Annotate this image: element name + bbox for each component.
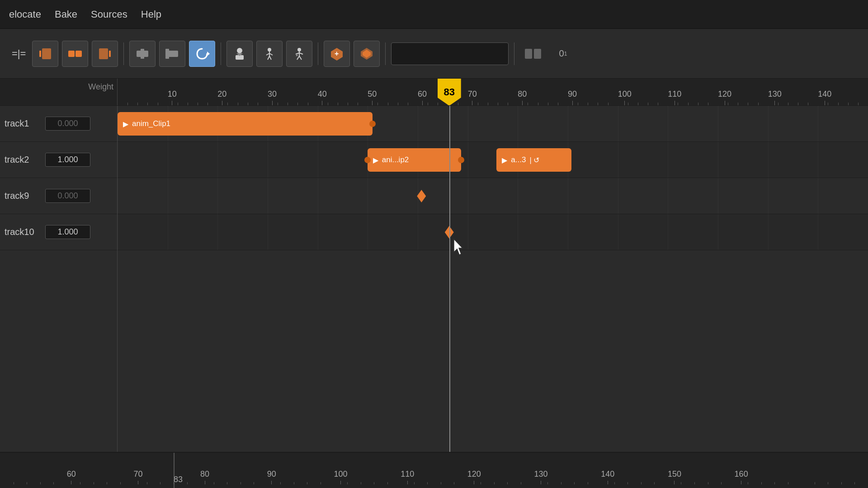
ruler-mini-mark xyxy=(348,103,348,105)
snap2-button[interactable] xyxy=(159,41,185,67)
bottom-ruler-mini xyxy=(53,482,54,484)
grid-line xyxy=(118,178,118,214)
ruler-mini-mark xyxy=(638,103,638,105)
bottom-ruler-mini xyxy=(94,482,94,484)
toolbar-input[interactable] xyxy=(391,42,509,65)
ruler-mini-mark xyxy=(508,103,508,105)
bottom-ruler-mini xyxy=(441,482,441,484)
track-name-track2: track2 xyxy=(5,155,41,165)
trim-start-button[interactable] xyxy=(32,41,58,67)
clip-label: anim_Clip1 xyxy=(132,119,170,128)
bottom-ruler-mark-90: 90 xyxy=(267,469,276,484)
ruler-mini-mark xyxy=(488,103,488,105)
grid-line xyxy=(818,178,818,214)
ruler-mini-mark xyxy=(758,103,759,105)
svg-point-11 xyxy=(237,48,242,53)
menu-item-bake[interactable]: Bake xyxy=(55,9,77,20)
svg-line-16 xyxy=(266,53,269,55)
grid-line xyxy=(368,214,368,250)
separator-5 xyxy=(514,42,514,65)
ruler-mini-mark xyxy=(428,103,428,105)
track-labels: track10.000track21.000track90.000track10… xyxy=(0,106,118,452)
ruler-mini-mark xyxy=(297,103,298,105)
ruler-mini-mark xyxy=(738,103,738,105)
import-button[interactable] xyxy=(226,41,253,67)
grid-line xyxy=(217,178,218,214)
svg-line-19 xyxy=(269,56,271,60)
ruler-mini-mark xyxy=(147,103,148,105)
ruler-mark-70: 70 xyxy=(468,89,477,105)
playhead-marker[interactable]: 83 xyxy=(438,79,461,105)
bottom-ruler-mini xyxy=(694,482,695,484)
clip-clip3[interactable]: ▶a...3| ↺ xyxy=(496,148,571,172)
ruler-mini-mark xyxy=(728,103,728,105)
ruler-mini-mark xyxy=(778,103,778,105)
grid-line xyxy=(168,214,168,250)
grid-line xyxy=(618,178,618,214)
clip-clip1[interactable]: ▶anim_Clip1 xyxy=(118,112,373,136)
ruler-mini-mark xyxy=(608,103,609,105)
svg-point-14 xyxy=(268,48,271,52)
cycle-button[interactable] xyxy=(189,41,215,67)
svg-rect-32 xyxy=(534,49,541,59)
track-weight-track2[interactable]: 1.000 xyxy=(45,153,90,167)
track-name-track10: track10 xyxy=(5,227,41,237)
track-label-track9: track90.000 xyxy=(0,178,117,214)
bottom-ruler-mini xyxy=(454,482,454,484)
grid-line xyxy=(718,178,718,214)
grid-line xyxy=(568,178,568,214)
bottom-ruler-mini xyxy=(241,482,241,484)
svg-line-22 xyxy=(296,53,299,54)
keyframe[interactable] xyxy=(417,190,426,202)
grid-line xyxy=(518,214,518,250)
snap-button[interactable] xyxy=(129,41,156,67)
clip-clip2[interactable]: ▶ani...ip2 xyxy=(368,148,462,172)
ruler-mini-mark xyxy=(598,103,598,105)
counter2-button[interactable]: 01 xyxy=(550,41,576,67)
ruler-mini-mark xyxy=(548,103,548,105)
bottom-ruler-mini xyxy=(721,482,722,484)
counter-button[interactable] xyxy=(520,41,546,67)
bottom-ruler-mark-70: 70 xyxy=(133,469,142,484)
ruler-mini-mark xyxy=(338,103,338,105)
track-weight-track1[interactable]: 0.000 xyxy=(45,117,90,131)
add-layer-button[interactable]: + xyxy=(324,41,350,67)
top-ruler: Weight 102030405060708090100110120130140… xyxy=(0,79,868,106)
track-content-row-track9[interactable] xyxy=(118,178,868,214)
grid-line xyxy=(618,106,618,141)
main-area: Weight 102030405060708090100110120130140… xyxy=(0,79,868,488)
menu-item-elocate[interactable]: elocate xyxy=(9,9,41,20)
ruler-mark-20: 20 xyxy=(217,89,226,105)
ruler-mini-mark xyxy=(377,103,378,105)
grid-line xyxy=(668,142,668,178)
menu-item-help[interactable]: Help xyxy=(141,9,161,20)
grid-line xyxy=(668,106,668,141)
svg-rect-4 xyxy=(99,48,108,59)
grid-line xyxy=(268,178,268,214)
rig-button[interactable] xyxy=(256,41,283,67)
ruler-mini-mark xyxy=(698,103,698,105)
rig2-button[interactable] xyxy=(286,41,312,67)
ruler-mini-mark xyxy=(588,103,588,105)
layer-button[interactable] xyxy=(354,41,380,67)
svg-rect-9 xyxy=(165,49,169,59)
bottom-ruler-mini xyxy=(841,482,842,484)
svg-rect-1 xyxy=(42,48,51,59)
track-weight-track9[interactable]: 0.000 xyxy=(45,189,90,203)
ruler-mini-mark xyxy=(808,103,808,105)
track-content-row-track10[interactable] xyxy=(118,214,868,250)
svg-rect-5 xyxy=(109,51,111,57)
separator-4 xyxy=(385,42,386,65)
menu-item-sources[interactable]: Sources xyxy=(91,9,127,20)
ruler-mini-mark xyxy=(328,103,328,105)
bottom-ruler-mini xyxy=(321,482,321,484)
bottom-ruler-mini xyxy=(107,482,107,484)
trim-end-button[interactable] xyxy=(92,41,118,67)
track-content-row-track1[interactable]: ▶anim_Clip1 xyxy=(118,106,868,142)
track-content-row-track2[interactable]: ▶ani...ip2▶a...3| ↺ xyxy=(118,142,868,178)
grid-line xyxy=(718,106,718,141)
grid-line xyxy=(668,178,668,214)
track-weight-track10[interactable]: 1.000 xyxy=(45,225,90,239)
toolbar: =|= xyxy=(0,29,868,79)
trim-middle-button[interactable] xyxy=(62,41,88,67)
